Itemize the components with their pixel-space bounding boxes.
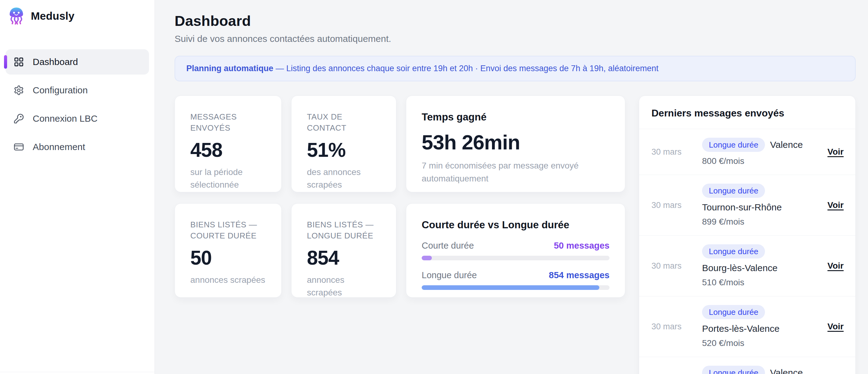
message-date: 30 mars bbox=[651, 147, 695, 157]
grid-icon bbox=[13, 57, 24, 67]
stat-label: TAUX DE CONTACT bbox=[307, 111, 381, 134]
duration-badge: Longue durée bbox=[702, 183, 765, 198]
app-window: Medusly Dashboard bbox=[0, 0, 868, 374]
stat-label: BIENS LISTÉS — LONGUE DURÉE bbox=[307, 219, 381, 241]
message-row: 30 mars Longue durée Valence 1150 €/mois… bbox=[639, 357, 855, 374]
time-saved-caption: 7 min économisées par message envoyé aut… bbox=[422, 159, 610, 185]
stat-card-longue-duree: BIENS LISTÉS — LONGUE DURÉE 854 annonces… bbox=[291, 203, 396, 298]
voir-link[interactable]: Voir bbox=[828, 261, 844, 271]
duration-badge: Longue durée bbox=[702, 138, 765, 152]
app-name: Medusly bbox=[31, 10, 74, 22]
comparison-value: 854 messages bbox=[549, 270, 610, 280]
message-content: Longue durée Valence 1150 €/mois bbox=[702, 366, 820, 374]
messages-panel-title: Derniers messages envoyés bbox=[639, 107, 855, 119]
content-grid: MESSAGES ENVOYÉS 458 sur la période séle… bbox=[175, 96, 856, 374]
planning-banner: Planning automatique — Listing des annon… bbox=[175, 56, 856, 81]
main-content: Dashboard Suivi de vos annonces contacté… bbox=[155, 0, 868, 374]
message-row: 30 mars Longue durée Valence 800 €/mois … bbox=[639, 129, 855, 175]
comparison-label: Longue durée bbox=[422, 270, 477, 280]
page-subtitle: Suivi de vos annonces contactées automat… bbox=[175, 34, 856, 44]
message-date: 30 mars bbox=[651, 201, 695, 210]
stat-card-courte-duree: BIENS LISTÉS — COURTE DURÉE 50 annonces … bbox=[175, 203, 282, 298]
message-content: Longue durée Valence 800 €/mois bbox=[702, 138, 820, 166]
sidebar-item-dashboard[interactable]: Dashboard bbox=[5, 49, 149, 74]
comparison-label: Courte durée bbox=[422, 241, 474, 251]
comparison-card: Courte durée vs Longue durée Courte duré… bbox=[406, 203, 625, 298]
banner-label: Planning automatique bbox=[186, 64, 273, 73]
sidebar-footer-divider bbox=[0, 372, 155, 372]
messages-list: 30 mars Longue durée Valence 800 €/mois … bbox=[639, 129, 855, 374]
sidebar-item-label: Abonnement bbox=[33, 142, 85, 152]
key-icon bbox=[13, 113, 24, 124]
jellyfish-logo-icon bbox=[8, 7, 25, 25]
time-saved-value: 53h 26min bbox=[422, 132, 610, 153]
voir-link[interactable]: Voir bbox=[828, 147, 844, 157]
comparison-row-longue: Longue durée 854 messages bbox=[422, 270, 610, 290]
message-content: Longue durée Portes-lès-Valence 520 €/mo… bbox=[702, 305, 820, 348]
message-city: Portes-lès-Valence bbox=[702, 324, 779, 334]
duration-badge: Longue durée bbox=[702, 244, 765, 259]
progress-track bbox=[422, 285, 610, 290]
message-row: 30 mars Longue durée Portes-lès-Valence … bbox=[639, 296, 855, 357]
stat-card-messages-envoyes: MESSAGES ENVOYÉS 458 sur la période séle… bbox=[175, 96, 282, 192]
message-city: Valence bbox=[770, 140, 803, 150]
message-price: 800 €/mois bbox=[702, 156, 744, 166]
sidebar-item-connexion-lbc[interactable]: Connexion LBC bbox=[5, 106, 149, 131]
app-logo: Medusly bbox=[0, 0, 155, 25]
sidebar: Medusly Dashboard bbox=[0, 0, 155, 374]
stat-label: MESSAGES ENVOYÉS bbox=[190, 111, 266, 134]
stat-caption: sur la période sélectionnée bbox=[190, 166, 266, 191]
stat-caption: des annonces scrapées bbox=[307, 166, 381, 191]
duration-badge: Longue durée bbox=[702, 366, 765, 374]
time-saved-title: Temps gagné bbox=[422, 111, 610, 123]
stat-caption: annonces scrapées bbox=[307, 274, 381, 298]
duration-badge: Longue durée bbox=[702, 305, 765, 319]
stat-value: 51% bbox=[307, 140, 381, 161]
page-title: Dashboard bbox=[175, 12, 856, 29]
stat-value: 50 bbox=[190, 248, 266, 268]
message-city: Valence bbox=[770, 368, 803, 374]
stat-value: 458 bbox=[190, 140, 266, 161]
stat-card-taux-contact: TAUX DE CONTACT 51% des annonces scrapée… bbox=[291, 96, 396, 192]
sidebar-item-label: Connexion LBC bbox=[33, 113, 97, 124]
message-row: 30 mars Longue durée Bourg-lès-Valence 5… bbox=[639, 235, 855, 296]
message-date: 30 mars bbox=[651, 322, 695, 332]
comparison-value: 50 messages bbox=[554, 241, 610, 251]
stat-value: 854 bbox=[307, 248, 381, 268]
active-indicator bbox=[4, 55, 7, 69]
message-row: 30 mars Longue durée Tournon-sur-Rhône 8… bbox=[639, 175, 855, 235]
comparison-title: Courte durée vs Longue durée bbox=[422, 219, 610, 231]
stat-label: BIENS LISTÉS — COURTE DURÉE bbox=[190, 219, 266, 241]
message-price: 520 €/mois bbox=[702, 338, 744, 348]
stats-grid: MESSAGES ENVOYÉS 458 sur la période séle… bbox=[175, 96, 625, 298]
progress-track bbox=[422, 256, 610, 260]
voir-link[interactable]: Voir bbox=[828, 200, 844, 210]
message-content: Longue durée Tournon-sur-Rhône 899 €/moi… bbox=[702, 183, 820, 227]
sidebar-nav: Dashboard Configuration bbox=[0, 49, 155, 160]
message-date: 30 mars bbox=[651, 261, 695, 271]
gear-icon bbox=[13, 85, 24, 96]
message-city: Bourg-lès-Valence bbox=[702, 263, 778, 273]
time-saved-card: Temps gagné 53h 26min 7 min économisées … bbox=[406, 96, 625, 192]
comparison-row-courte: Courte durée 50 messages bbox=[422, 241, 610, 260]
stat-caption: annonces scrapées bbox=[190, 274, 266, 286]
message-content: Longue durée Bourg-lès-Valence 510 €/moi… bbox=[702, 244, 820, 287]
banner-text: — Listing des annonces chaque soir entre… bbox=[276, 64, 658, 73]
message-price: 899 €/mois bbox=[702, 217, 744, 227]
voir-link[interactable]: Voir bbox=[828, 321, 844, 332]
sidebar-item-configuration[interactable]: Configuration bbox=[5, 78, 149, 103]
sidebar-item-abonnement[interactable]: Abonnement bbox=[5, 134, 149, 160]
message-price: 510 €/mois bbox=[702, 278, 744, 287]
sidebar-item-label: Configuration bbox=[33, 85, 88, 96]
message-city: Tournon-sur-Rhône bbox=[702, 202, 782, 212]
progress-fill-courte bbox=[422, 256, 432, 260]
progress-fill-longue bbox=[422, 285, 599, 290]
messages-panel: Derniers messages envoyés 30 mars Longue… bbox=[639, 96, 856, 374]
credit-card-icon bbox=[13, 142, 24, 152]
sidebar-item-label: Dashboard bbox=[33, 57, 78, 67]
